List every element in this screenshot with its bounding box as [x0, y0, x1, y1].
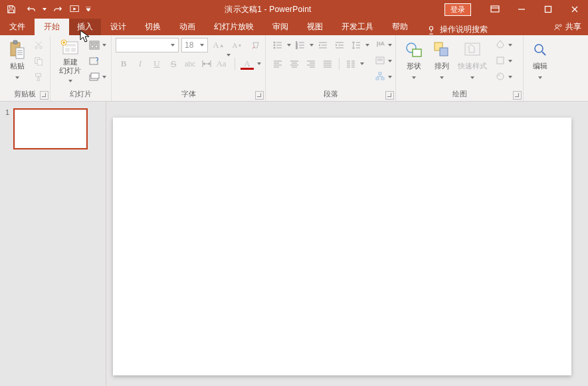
- text-direction-button[interactable]: |↕A: [373, 38, 393, 52]
- maximize-button[interactable]: [535, 0, 561, 19]
- tab-file[interactable]: 文件: [0, 19, 35, 35]
- strikethrough-button[interactable]: S: [165, 56, 181, 71]
- group-drawing: 形状 排列 快速样式 绘图: [396, 35, 524, 101]
- svg-rect-36: [379, 72, 381, 74]
- shape-effects-button[interactable]: [493, 70, 513, 84]
- line-spacing-button[interactable]: [348, 38, 364, 52]
- bold-button[interactable]: B: [116, 56, 132, 71]
- svg-point-30: [274, 47, 275, 48]
- undo-dropdown[interactable]: [41, 2, 48, 17]
- tab-home[interactable]: 开始: [35, 19, 69, 35]
- shape-outline-button[interactable]: [493, 54, 513, 68]
- thumbnail-preview[interactable]: [13, 108, 88, 149]
- svg-rect-19: [71, 48, 76, 52]
- font-launcher[interactable]: [255, 91, 264, 100]
- character-spacing-button[interactable]: [199, 56, 215, 71]
- layout-button[interactable]: [87, 38, 107, 52]
- bullets-dropdown[interactable]: [286, 38, 292, 52]
- italic-button[interactable]: I: [132, 56, 148, 71]
- svg-point-11: [35, 47, 38, 49]
- new-slide-label: 新建 幻灯片: [59, 58, 81, 75]
- group-paragraph-label: 段落: [324, 90, 338, 98]
- tab-help[interactable]: 帮助: [383, 19, 417, 35]
- font-size-combobox[interactable]: 18: [181, 38, 208, 52]
- clipboard-launcher[interactable]: [40, 91, 49, 100]
- save-button[interactable]: [4, 2, 19, 17]
- arrange-button[interactable]: 排列: [428, 38, 456, 87]
- paste-icon: [7, 39, 28, 60]
- close-button[interactable]: [561, 0, 588, 19]
- justify-button[interactable]: [320, 56, 336, 71]
- bullets-button[interactable]: [270, 38, 286, 52]
- font-color-dropdown[interactable]: [256, 56, 262, 71]
- section-button[interactable]: [87, 70, 107, 84]
- font-color-button[interactable]: A: [239, 56, 256, 71]
- decrease-indent-button[interactable]: [315, 38, 331, 52]
- underline-button[interactable]: U: [149, 56, 165, 71]
- tell-me[interactable]: 操作说明搜索: [427, 24, 488, 35]
- svg-text:|↕A: |↕A: [377, 41, 385, 47]
- tab-review[interactable]: 审阅: [263, 19, 298, 35]
- ribbon-display-options-button[interactable]: [482, 0, 508, 19]
- qat-customize-dropdown[interactable]: [85, 2, 92, 17]
- align-text-button[interactable]: [373, 54, 393, 68]
- cut-button[interactable]: [31, 38, 46, 52]
- align-right-button[interactable]: [303, 56, 319, 71]
- thumbnail-slide-1[interactable]: 1: [5, 108, 100, 149]
- tab-developer[interactable]: 开发工具: [332, 19, 383, 35]
- svg-rect-1: [9, 10, 14, 13]
- slide-thumbnails-panel[interactable]: 1: [0, 102, 106, 386]
- font-name-combobox[interactable]: [116, 38, 179, 52]
- slide-canvas-area[interactable]: [106, 102, 588, 386]
- tab-insert[interactable]: 插入: [69, 19, 101, 35]
- shape-fill-button[interactable]: [493, 38, 513, 52]
- columns-button[interactable]: [343, 56, 359, 71]
- align-center-button[interactable]: [286, 56, 302, 71]
- share-button[interactable]: 共享: [553, 19, 581, 35]
- grow-font-button[interactable]: A▲: [211, 38, 227, 52]
- smartart-button[interactable]: [373, 70, 393, 84]
- svg-rect-40: [413, 49, 421, 56]
- shapes-button[interactable]: 形状: [400, 38, 428, 87]
- redo-button[interactable]: [50, 2, 65, 17]
- slide-canvas[interactable]: [113, 118, 571, 375]
- svg-rect-44: [497, 57, 504, 64]
- new-slide-icon: [60, 39, 81, 56]
- paste-button[interactable]: 粘贴: [4, 38, 30, 87]
- signin-button[interactable]: 登录: [444, 3, 471, 16]
- editing-button[interactable]: 编辑: [528, 38, 553, 87]
- content-area: 1: [0, 102, 588, 386]
- drawing-launcher[interactable]: [513, 91, 522, 100]
- tab-transitions[interactable]: 切换: [136, 19, 170, 35]
- svg-rect-4: [545, 7, 551, 13]
- copy-button[interactable]: [31, 54, 46, 68]
- format-painter-button[interactable]: [31, 70, 46, 84]
- clear-formatting-button[interactable]: [248, 38, 264, 52]
- numbering-button[interactable]: 123: [292, 38, 308, 52]
- align-left-button[interactable]: [270, 56, 286, 71]
- shrink-font-button[interactable]: A▼: [229, 38, 245, 52]
- change-case-button[interactable]: Aa: [215, 56, 231, 71]
- group-drawing-label: 绘图: [452, 90, 467, 98]
- svg-point-29: [274, 45, 275, 46]
- text-shadow-button[interactable]: abc: [182, 56, 198, 71]
- numbering-dropdown[interactable]: [309, 38, 314, 52]
- editing-label: 编辑: [533, 62, 547, 70]
- reset-button[interactable]: [87, 54, 102, 68]
- svg-rect-15: [36, 74, 41, 76]
- undo-button[interactable]: [24, 2, 39, 17]
- tab-slideshow[interactable]: 幻灯片放映: [205, 19, 263, 35]
- tab-animations[interactable]: 动画: [170, 19, 205, 35]
- minimize-button[interactable]: [508, 0, 535, 19]
- group-font-label: 字体: [181, 90, 196, 98]
- svg-rect-17: [65, 44, 76, 47]
- group-slides: 新建 幻灯片 幻灯片: [50, 35, 112, 101]
- new-slide-button[interactable]: 新建 幻灯片: [54, 38, 86, 87]
- start-from-beginning-button[interactable]: [68, 2, 82, 17]
- quick-styles-button[interactable]: 快速样式: [456, 38, 489, 87]
- tab-design[interactable]: 设计: [101, 19, 136, 35]
- paragraph-launcher[interactable]: [385, 91, 394, 100]
- tell-me-label: 操作说明搜索: [440, 24, 488, 35]
- increase-indent-button[interactable]: [332, 38, 347, 52]
- tab-view[interactable]: 视图: [298, 19, 332, 35]
